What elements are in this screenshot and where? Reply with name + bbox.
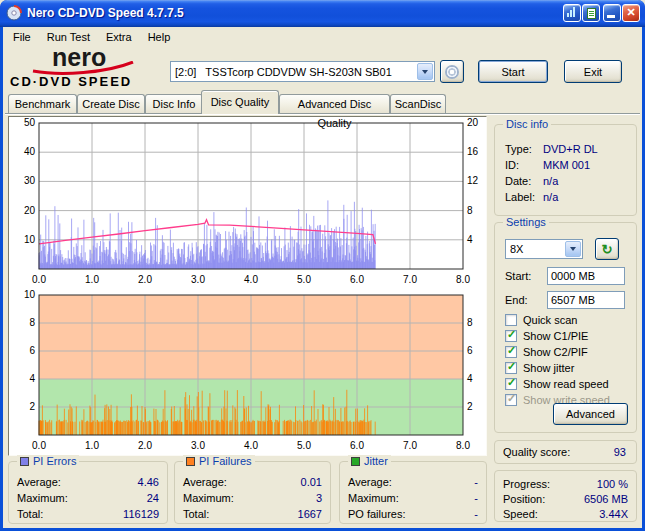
checkbox-show-c1-pie[interactable]: ✓ Show C1/PIE — [505, 329, 588, 343]
stat-label: Average: — [17, 476, 61, 489]
settings-title: Settings — [503, 216, 549, 228]
disc-id-label: ID: — [505, 159, 519, 172]
svg-text:10: 10 — [24, 234, 36, 245]
chevron-down-icon[interactable] — [565, 241, 581, 257]
jitter-title: Jitter — [364, 455, 388, 467]
stat-label: Average: — [348, 476, 392, 489]
disc-info-group: Disc info Type: DVD+R DL ID: MKM 001 Dat… — [494, 124, 637, 216]
disc-info-row: Type: DVD+R DL — [505, 143, 628, 156]
stat-row: Maximum: 3 — [183, 492, 322, 505]
stat-value: 3 — [316, 492, 322, 505]
start-label: Start: — [505, 270, 531, 282]
start-field[interactable]: 0000 MB — [547, 267, 625, 285]
stat-row: Maximum: 24 — [17, 492, 159, 505]
stat-label: PO failures: — [348, 508, 405, 521]
titlebar[interactable]: Nero CD-DVD Speed 4.7.7.5 ✕ — [0, 0, 645, 27]
disc-info-row: Date: n/a — [505, 175, 628, 188]
pi-failures-title: PI Failures — [199, 455, 252, 467]
svg-text:1.0: 1.0 — [85, 440, 99, 451]
pi-errors-caption: PI Errors — [17, 455, 79, 467]
pi-errors-legend-icon — [20, 457, 29, 466]
svg-text:4.0: 4.0 — [244, 440, 258, 451]
quality-score-label: Quality score: — [503, 441, 570, 463]
checkbox-show-read-speed[interactable]: ✓ Show read speed — [505, 377, 609, 391]
tab-create-disc[interactable]: Create Disc — [77, 94, 145, 113]
close-button[interactable]: ✕ — [622, 4, 640, 22]
disc-icon — [445, 65, 459, 79]
svg-text:6.0: 6.0 — [350, 440, 364, 451]
checkbox-show-c2-pif[interactable]: ✓ Show C2/PIF — [505, 345, 588, 359]
end-field[interactable]: 6507 MB — [547, 291, 625, 309]
drive-select[interactable]: [2:0] TSSTcorp CDDVDW SH-S203N SB01 — [170, 61, 435, 82]
svg-text:10: 10 — [24, 289, 36, 300]
svg-text:4.0: 4.0 — [244, 274, 258, 285]
checkbox-box: ✓ — [505, 330, 517, 342]
stat-row: PO failures: - — [348, 508, 478, 521]
checkbox-box: ✓ — [505, 362, 517, 374]
svg-text:20: 20 — [467, 117, 479, 128]
svg-text:0.0: 0.0 — [32, 440, 46, 451]
exit-button[interactable]: Exit — [564, 60, 622, 83]
advanced-button[interactable]: Advanced — [553, 403, 628, 425]
tab-scandisc[interactable]: ScanDisc — [390, 94, 446, 113]
end-field-value: 6507 MB — [551, 294, 595, 306]
report-icon — [587, 8, 596, 19]
disc-type-label: Type: — [505, 143, 532, 156]
svg-text:5.0: 5.0 — [297, 440, 311, 451]
progress-value: 100 % — [597, 478, 628, 491]
drive-select-value: [2:0] TSSTcorp CDDVDW SH-S203N SB01 — [171, 66, 416, 78]
jitter-caption: Jitter — [348, 455, 391, 467]
drive-tool-button[interactable] — [440, 60, 464, 83]
menu-help[interactable]: Help — [140, 28, 179, 46]
progress-row: Progress: 100 % — [503, 478, 628, 491]
svg-text:3.0: 3.0 — [191, 274, 205, 285]
quality-chart-panel: 1020304050481216200.01.02.03.04.05.06.07… — [8, 116, 487, 456]
svg-text:5.0: 5.0 — [297, 274, 311, 285]
check-icon: ✓ — [507, 376, 516, 389]
minimize-icon — [607, 15, 615, 18]
checkbox-label: Show read speed — [523, 378, 609, 390]
pi-failures-group: PI Failures Average: 0.01 Maximum: 3 Tot… — [174, 461, 331, 524]
stat-label: Maximum: — [348, 492, 399, 505]
menu-file[interactable]: File — [5, 28, 39, 46]
check-icon: ✓ — [507, 360, 516, 373]
minimize-button[interactable] — [603, 4, 621, 22]
start-field-value: 0000 MB — [551, 270, 595, 282]
svg-text:30: 30 — [24, 175, 36, 186]
quality-charts: 1020304050481216200.01.02.03.04.05.06.07… — [9, 117, 484, 453]
refresh-button[interactable]: ↻ — [595, 238, 619, 260]
checkbox-show-jitter[interactable]: ✓ Show jitter — [505, 361, 574, 375]
progress-box: Progress: 100 % Position: 6506 MB Speed:… — [494, 470, 637, 522]
tab-disc-info[interactable]: Disc Info — [145, 94, 203, 113]
svg-text:2.0: 2.0 — [138, 440, 152, 451]
stat-value: 1667 — [298, 508, 322, 521]
stat-value: 0.01 — [301, 476, 322, 489]
disc-info-title: Disc info — [503, 118, 551, 130]
speed-select[interactable]: 8X — [505, 239, 583, 259]
stat-row: Average: 4.46 — [17, 476, 159, 489]
stat-label: Average: — [183, 476, 227, 489]
jitter-group: Jitter Average: - Maximum: - PO failures… — [339, 461, 487, 524]
stat-label: Total: — [17, 508, 43, 521]
svg-text:40: 40 — [24, 146, 36, 157]
pi-errors-group: PI Errors Average: 4.46 Maximum: 24 Tota… — [8, 461, 168, 524]
app-window: Nero CD-DVD Speed 4.7.7.5 ✕ File Run Tes… — [0, 0, 645, 531]
start-button[interactable]: Start — [478, 60, 548, 83]
tab-disc-quality[interactable]: Disc Quality — [201, 90, 279, 114]
refresh-icon: ↻ — [602, 243, 613, 256]
disc-label-value: n/a — [543, 191, 558, 204]
tab-benchmark[interactable]: Benchmark — [8, 94, 77, 113]
chevron-down-icon[interactable] — [417, 63, 433, 80]
titlebar-graph-button[interactable] — [563, 4, 581, 22]
stat-value: 24 — [147, 492, 159, 505]
tab-advanced-disc-quality[interactable]: Advanced Disc Quality — [279, 94, 390, 113]
speed-select-value: 8X — [506, 243, 564, 255]
speed-label: Speed: — [503, 508, 538, 521]
checkbox-box: ✓ — [505, 346, 517, 358]
check-icon: ✓ — [507, 328, 516, 341]
svg-text:4: 4 — [29, 373, 35, 384]
titlebar-report-button[interactable] — [582, 4, 600, 22]
stat-row: Total: 116129 — [17, 508, 159, 521]
checkbox-quick-scan[interactable]: ✓ Quick scan — [505, 313, 577, 327]
stat-row: Average: 0.01 — [183, 476, 322, 489]
